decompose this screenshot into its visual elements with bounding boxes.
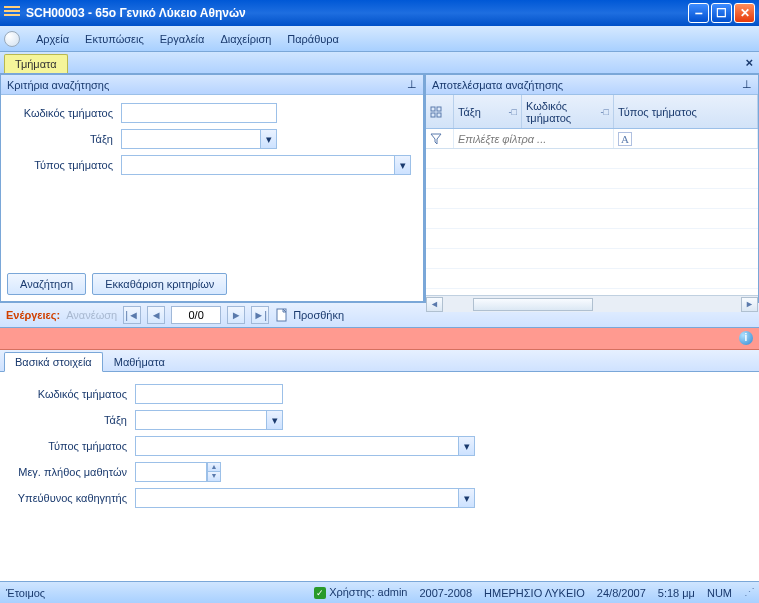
search-button[interactable]: Αναζήτηση xyxy=(7,273,86,295)
chevron-down-icon[interactable]: ▾ xyxy=(260,129,277,149)
tab-close-icon[interactable]: × xyxy=(745,55,753,70)
detail-tabs: Βασικά στοιχεία Μαθήματα xyxy=(0,350,759,372)
table-row xyxy=(426,149,758,169)
window-title: SCH00003 - 65ο Γενικό Λύκειο Αθηνών xyxy=(26,6,688,20)
close-button[interactable]: ✕ xyxy=(734,3,755,23)
minimize-button[interactable]: ‒ xyxy=(688,3,709,23)
menu-files[interactable]: Αρχεία xyxy=(28,29,77,49)
scroll-thumb[interactable] xyxy=(473,298,593,311)
grid-filter-row: Επιλέξτε φίλτρα ... A xyxy=(426,129,758,149)
table-row xyxy=(426,229,758,249)
criteria-header: Κριτήρια αναζήτησης ⊥ xyxy=(1,75,423,95)
criteria-class-combo[interactable]: ▾ xyxy=(121,129,277,149)
grid-col-class[interactable]: Τάξη-□ xyxy=(454,95,522,128)
grid-col-code[interactable]: Κωδικός τμήματος-□ xyxy=(522,95,614,128)
pin-icon[interactable]: ⊥ xyxy=(742,78,752,91)
table-row xyxy=(426,169,758,189)
status-num: NUM xyxy=(707,587,732,599)
criteria-footer: Αναζήτηση Εκκαθάριση κριτηρίων xyxy=(1,267,423,301)
detail-type-label: Τύπος τμήματος xyxy=(10,440,135,452)
detail-teacher-label: Υπεύθυνος καθηγητής xyxy=(10,492,135,504)
refresh-link[interactable]: Ανανέωση xyxy=(66,309,117,321)
nav-last-icon[interactable]: ►| xyxy=(251,306,269,324)
tab-subjects[interactable]: Μαθήματα xyxy=(103,352,176,371)
detail-max-label: Μεγ. πλήθος μαθητών xyxy=(10,466,135,478)
spinner-up-icon[interactable]: ▲ xyxy=(207,462,221,472)
new-doc-icon xyxy=(275,308,289,322)
detail-type-value[interactable] xyxy=(135,436,458,456)
tab-basic[interactable]: Βασικά στοιχεία xyxy=(4,352,103,372)
menu-tools[interactable]: Εργαλεία xyxy=(152,29,213,49)
pager-display: 0/0 xyxy=(171,306,221,324)
spinner-down-icon[interactable]: ▼ xyxy=(207,472,221,482)
status-user: ✓Χρήστης: admin xyxy=(314,586,407,599)
detail-type-row: Τύπος τμήματος ▾ xyxy=(10,436,749,456)
grid-header: Τάξη-□ Κωδικός τμήματος-□ Τύπος τμήματος xyxy=(426,95,758,129)
criteria-body: Κωδικός τμήματος Τάξη ▾ Τύπος τμήματος ▾ xyxy=(1,95,423,267)
chevron-down-icon[interactable]: ▾ xyxy=(458,436,475,456)
check-icon: ✓ xyxy=(314,587,326,599)
table-row xyxy=(426,209,758,229)
criteria-type-combo[interactable]: ▾ xyxy=(121,155,411,175)
detail-class-value[interactable] xyxy=(135,410,266,430)
nav-first-icon[interactable]: |◄ xyxy=(123,306,141,324)
chevron-down-icon[interactable]: ▾ xyxy=(458,488,475,508)
validation-strip: i xyxy=(0,328,759,350)
scroll-right-icon[interactable]: ► xyxy=(741,297,758,312)
chevron-down-icon[interactable]: ▾ xyxy=(266,410,283,430)
menubar: Αρχεία Εκτυπώσεις Εργαλεία Διαχείριση Πα… xyxy=(0,26,759,52)
pin-icon[interactable]: ⊥ xyxy=(407,78,417,91)
criteria-class-value[interactable] xyxy=(121,129,260,149)
criteria-type-value[interactable] xyxy=(121,155,394,175)
results-title: Αποτελέσματα αναζήτησης xyxy=(432,79,563,91)
horizontal-scrollbar[interactable]: ◄ ► xyxy=(426,295,758,312)
detail-class-combo[interactable]: ▾ xyxy=(135,410,283,430)
menu-windows[interactable]: Παράθυρα xyxy=(279,29,347,49)
detail-form: Κωδικός τμήματος Τάξη ▾ Τύπος τμήματος ▾… xyxy=(0,372,759,564)
status-year: 2007-2008 xyxy=(419,587,472,599)
criteria-code-input[interactable] xyxy=(121,103,277,123)
menu-prints[interactable]: Εκτυπώσεις xyxy=(77,29,152,49)
svg-rect-3 xyxy=(437,113,441,117)
table-row xyxy=(426,189,758,209)
maximize-button[interactable]: ☐ xyxy=(711,3,732,23)
detail-code-input[interactable] xyxy=(135,384,283,404)
menu-admin[interactable]: Διαχείριση xyxy=(212,29,279,49)
scroll-track[interactable] xyxy=(443,297,741,312)
status-ready: Έτοιμος xyxy=(6,587,45,599)
criteria-type-label: Τύπος τμήματος xyxy=(11,159,121,171)
status-time: 5:18 μμ xyxy=(658,587,695,599)
add-button[interactable]: Προσθήκη xyxy=(275,308,344,322)
statusbar: Έτοιμος ✓Χρήστης: admin 2007-2008 ΗΜΕΡΗΣ… xyxy=(0,581,759,603)
criteria-class-label: Τάξη xyxy=(11,133,121,145)
chevron-down-icon[interactable]: ▾ xyxy=(394,155,411,175)
info-icon[interactable]: i xyxy=(739,331,753,345)
tab-sections[interactable]: Τμήματα xyxy=(4,54,68,73)
results-grid: Τάξη-□ Κωδικός τμήματος-□ Τύπος τμήματος… xyxy=(426,95,758,312)
clear-button[interactable]: Εκκαθάριση κριτηρίων xyxy=(92,273,227,295)
detail-max-row: Μεγ. πλήθος μαθητών ▲ ▼ xyxy=(10,462,749,482)
nav-prev-icon[interactable]: ◄ xyxy=(147,306,165,324)
detail-max-input[interactable] xyxy=(135,462,207,482)
svg-rect-1 xyxy=(437,107,441,111)
detail-teacher-row: Υπεύθυνος καθηγητής ▾ xyxy=(10,488,749,508)
filter-icon-cell[interactable] xyxy=(426,129,454,148)
filter-cell-type[interactable]: A xyxy=(614,129,758,148)
status-school: ΗΜΕΡΗΣΙΟ ΛΥΚΕΙΟ xyxy=(484,587,585,599)
grid-col-type[interactable]: Τύπος τμήματος xyxy=(614,95,758,128)
detail-code-label: Κωδικός τμήματος xyxy=(10,388,135,400)
nav-next-icon[interactable]: ► xyxy=(227,306,245,324)
status-date: 24/8/2007 xyxy=(597,587,646,599)
scroll-left-icon[interactable]: ◄ xyxy=(426,297,443,312)
detail-teacher-combo[interactable]: ▾ xyxy=(135,488,475,508)
detail-class-label: Τάξη xyxy=(10,414,135,426)
filter-placeholder[interactable]: Επιλέξτε φίλτρα ... xyxy=(454,129,614,148)
resize-grip-icon[interactable]: ⋰ xyxy=(744,586,753,599)
detail-teacher-value[interactable] xyxy=(135,488,458,508)
app-menu-icon[interactable] xyxy=(4,31,20,47)
funnel-icon xyxy=(430,133,442,145)
detail-type-combo[interactable]: ▾ xyxy=(135,436,475,456)
table-row xyxy=(426,269,758,289)
grid-selector-col[interactable] xyxy=(426,95,454,128)
actions-label: Ενέργειες: xyxy=(6,309,60,321)
